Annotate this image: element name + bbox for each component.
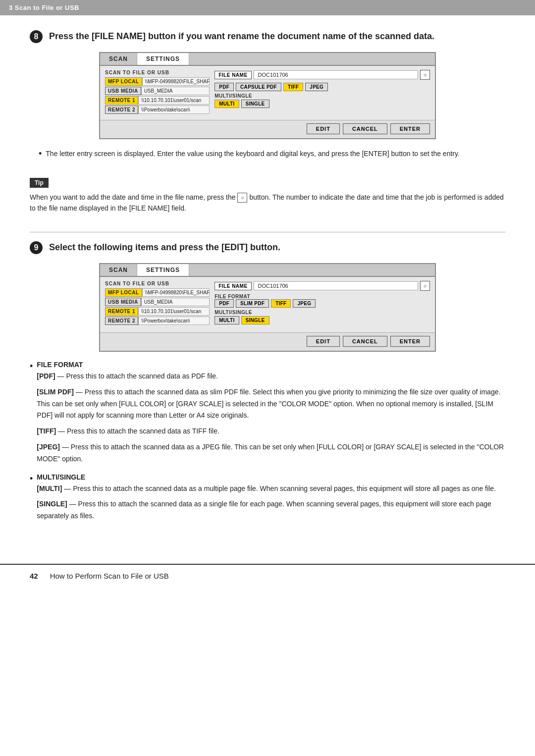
dest-btn-usbmedia-9[interactable]: USB MEDIA bbox=[105, 298, 141, 306]
step9-multi-row: MULTI SINGLE bbox=[214, 316, 430, 324]
dest-row-remote1-9: REMOTE 1 \\10.10.70.101\user01/scan bbox=[105, 307, 210, 316]
dest-path-remote2-9: \\Powerbox\take\scan\ bbox=[138, 317, 210, 325]
step9-filename-row: FILE NAME DOC101706 ○ bbox=[214, 281, 430, 291]
footer-page: 42 bbox=[30, 572, 38, 580]
step8-format-row: PDF CAPSULE PDF TIFF JPEG bbox=[214, 83, 430, 91]
dest-row-remote1-8: REMOTE 1 \\10.10.70.101\user01/scan bbox=[105, 96, 210, 105]
dest-path-usbmedia-8: USB_MEDIA bbox=[141, 87, 210, 95]
file-name-icon-8[interactable]: ○ bbox=[420, 70, 430, 80]
dest-row-mfplocal-9: MFP LOCAL \\MFP-04998820\FILE_SHARE\ bbox=[105, 288, 210, 297]
tab-settings-9[interactable]: SETTINGS bbox=[137, 264, 189, 276]
file-name-icon-9[interactable]: ○ bbox=[420, 281, 430, 291]
file-name-value-8: DOC101706 bbox=[254, 70, 418, 79]
multi-single-title: MULTI/SINGLE bbox=[37, 473, 505, 481]
step8-file-settings: FILE NAME DOC101706 ○ PDF CAPSULE PDF TI… bbox=[214, 70, 430, 115]
step9-format-row: PDF SLIM PDF TIFF JPEG bbox=[214, 299, 430, 308]
dest-btn-remote1-9[interactable]: REMOTE 1 bbox=[105, 307, 138, 316]
step8-panel-body: SCAN TO FILE OR USB MFP LOCAL \\MFP-0499… bbox=[100, 66, 435, 120]
step9-panel-actions: EDIT CANCEL ENTER bbox=[100, 332, 435, 351]
single-btn-8[interactable]: SINGLE bbox=[241, 100, 269, 108]
step9-multi-label: MULTI/SINGLE bbox=[214, 310, 430, 315]
dest-btn-remote1-8[interactable]: REMOTE 1 bbox=[105, 96, 138, 105]
dest-btn-remote2-8[interactable]: REMOTE 2 bbox=[105, 106, 138, 114]
step9-dest-label: SCAN TO FILE OR USB bbox=[105, 281, 210, 286]
file-name-button-9[interactable]: FILE NAME bbox=[214, 282, 251, 290]
dest-path-mfplocal-9: \\MFP-04998820\FILE_SHARE\ bbox=[142, 288, 210, 297]
step9-section: 9 Select the following items and press t… bbox=[30, 241, 505, 526]
edit-button-9[interactable]: EDIT bbox=[307, 336, 340, 347]
step9-tabs: SCAN SETTINGS bbox=[100, 264, 435, 277]
tiff-entry: [TIFF] — Press this to attach the scanne… bbox=[37, 426, 505, 437]
file-name-value-9: DOC101706 bbox=[254, 281, 418, 290]
single-entry: [SINGLE] — Press this to attach the scan… bbox=[37, 498, 505, 522]
multi-btn-9[interactable]: MULTI bbox=[214, 316, 239, 324]
step8-tabs: SCAN SETTINGS bbox=[100, 53, 435, 66]
file-name-button-8[interactable]: FILE NAME bbox=[214, 71, 251, 79]
step8-panel-actions: EDIT CANCEL ENTER bbox=[100, 120, 435, 138]
dest-btn-usbmedia-8[interactable]: USB MEDIA bbox=[105, 87, 141, 95]
step8-heading: 8 Press the [FILE NAME] button if you wa… bbox=[30, 30, 505, 43]
file-format-title: FILE FORMAT bbox=[37, 361, 505, 369]
dest-row-usbmedia-8: USB MEDIA USB_MEDIA bbox=[105, 87, 210, 95]
cancel-button-9[interactable]: CANCEL bbox=[343, 336, 387, 347]
dest-path-remote2-8: \\Powerbox\take\scan\ bbox=[138, 106, 210, 114]
dest-row-mfplocal-8: MFP LOCAL \\MFP-04998820\FILE_SHARE\ bbox=[105, 77, 210, 86]
step8-dest-list: SCAN TO FILE OR USB MFP LOCAL \\MFP-0499… bbox=[105, 70, 210, 115]
fmt-tiff-8[interactable]: TIFF bbox=[283, 83, 303, 91]
tab-scan-8[interactable]: SCAN bbox=[100, 53, 137, 65]
fmt-capsule-8[interactable]: CAPSULE PDF bbox=[236, 83, 281, 91]
step9-heading: 9 Select the following items and press t… bbox=[30, 241, 505, 254]
step9-panel-body: SCAN TO FILE OR USB MFP LOCAL \\MFP-0499… bbox=[100, 277, 435, 332]
fmt-pdf-9[interactable]: PDF bbox=[214, 299, 234, 308]
jpeg-entry: [JPEG] — Press this to attach the scanne… bbox=[37, 441, 505, 465]
footer: 42 How to Perform Scan to File or USB bbox=[0, 564, 535, 587]
bullet-marker-ms: • bbox=[30, 473, 33, 526]
footer-text: How to Perform Scan to File or USB bbox=[50, 572, 169, 580]
tip-text: When you want to add the date and time i… bbox=[30, 192, 505, 214]
step8-number: 8 bbox=[30, 30, 43, 43]
dest-btn-mfplocal-9[interactable]: MFP LOCAL bbox=[105, 288, 142, 297]
fmt-slim-9[interactable]: SLIM PDF bbox=[236, 299, 269, 308]
enter-button-8[interactable]: ENTER bbox=[390, 123, 430, 134]
single-btn-9[interactable]: SINGLE bbox=[241, 316, 269, 324]
tip-label: Tip bbox=[30, 178, 49, 188]
dest-row-usbmedia-9: USB MEDIA USB_MEDIA bbox=[105, 298, 210, 306]
pdf-entry: [PDF] — Press this to attach the scanned… bbox=[37, 371, 505, 382]
fmt-pdf-8[interactable]: PDF bbox=[214, 83, 234, 91]
step8-filename-row: FILE NAME DOC101706 ○ bbox=[214, 70, 430, 80]
breadcrumb: 3 Scan to File or USB bbox=[0, 0, 535, 15]
slimpdf-entry: [SLIM PDF] — Press this to attach the sc… bbox=[37, 386, 505, 422]
fmt-jpeg-8[interactable]: JPEG bbox=[305, 83, 328, 91]
bullet-marker-ff: • bbox=[30, 361, 33, 469]
multi-btn-8[interactable]: MULTI bbox=[214, 100, 239, 108]
step9-dest-list: SCAN TO FILE OR USB MFP LOCAL \\MFP-0499… bbox=[105, 281, 210, 327]
tab-settings-8[interactable]: SETTINGS bbox=[137, 53, 189, 65]
tip-inline-icon: ○ bbox=[237, 193, 247, 203]
step8-dest-label: SCAN TO FILE OR USB bbox=[105, 70, 210, 75]
edit-button-8[interactable]: EDIT bbox=[307, 123, 340, 134]
dest-path-usbmedia-9: USB_MEDIA bbox=[141, 298, 210, 306]
multi-entry: [MULTI] — Press this to attach the scann… bbox=[37, 483, 505, 495]
fmt-tiff-9[interactable]: TIFF bbox=[271, 299, 291, 308]
dest-path-remote1-9: \\10.10.70.101\user01/scan bbox=[138, 307, 210, 316]
step9-file-settings: FILE NAME DOC101706 ○ FILE FORMAT PDF SL… bbox=[214, 281, 430, 327]
dest-path-remote1-8: \\10.10.70.101\user01/scan bbox=[138, 96, 210, 105]
step8-bullet-text: The letter entry screen is displayed. En… bbox=[46, 148, 460, 160]
dest-btn-mfplocal-8[interactable]: MFP LOCAL bbox=[105, 77, 142, 86]
dest-row-remote2-9: REMOTE 2 \\Powerbox\take\scan\ bbox=[105, 317, 210, 325]
tab-scan-9[interactable]: SCAN bbox=[100, 264, 137, 276]
step8-multi-label: MULTI/SINGLE bbox=[214, 93, 430, 99]
step9-format-label: FILE FORMAT bbox=[214, 294, 430, 299]
dest-btn-remote2-9[interactable]: REMOTE 2 bbox=[105, 317, 138, 325]
step8-section: 8 Press the [FILE NAME] button if you wa… bbox=[30, 30, 505, 214]
cancel-button-8[interactable]: CANCEL bbox=[343, 123, 387, 134]
enter-button-9[interactable]: ENTER bbox=[390, 336, 430, 347]
step9-bullets: • FILE FORMAT [PDF] — Press this to atta… bbox=[30, 361, 505, 526]
fmt-jpeg-9[interactable]: JPEG bbox=[293, 299, 316, 308]
step9-panel: SCAN SETTINGS SCAN TO FILE OR USB MFP LO… bbox=[99, 263, 436, 352]
step8-multi-row: MULTI SINGLE bbox=[214, 100, 430, 108]
step8-panel: SCAN SETTINGS SCAN TO FILE OR USB MFP LO… bbox=[99, 52, 436, 139]
bullet-marker-8: • bbox=[39, 148, 42, 160]
step9-number: 9 bbox=[30, 241, 43, 254]
dest-path-mfplocal-8: \\MFP-04998820\FILE_SHARE\ bbox=[142, 77, 210, 86]
